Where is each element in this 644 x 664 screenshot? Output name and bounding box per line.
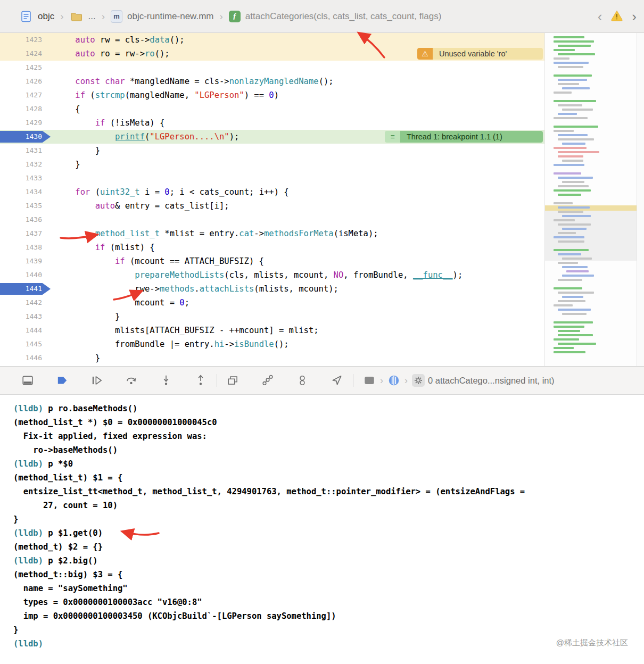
code-line[interactable]: 1439 if (mcount == ATTACH_BUFSIZ) { xyxy=(0,254,544,268)
mm-file-icon[interactable]: m xyxy=(111,10,122,23)
console-output[interactable]: (lldb) p ro.baseMethods()(method_list_t … xyxy=(13,402,644,651)
code-text[interactable]: rwe->methods.attachLists(mlists, mcount)… xyxy=(51,282,338,296)
code-text[interactable]: for (uint32_t i = 0; i < cats_count; i++… xyxy=(51,185,289,199)
line-number[interactable]: 1446 xyxy=(0,351,51,365)
forward-button[interactable]: › xyxy=(632,10,637,23)
code-text[interactable]: const char *mangledName = cls->nonlazyMa… xyxy=(51,74,334,88)
warning-triangle-icon[interactable] xyxy=(610,10,623,23)
code-line[interactable]: 1442 mcount = 0; xyxy=(0,296,544,310)
console-output-line[interactable]: } xyxy=(13,512,644,526)
stack-frame-label[interactable]: 0 attachCatego...nsigned int, int) xyxy=(428,376,555,386)
code-text[interactable]: } xyxy=(51,144,100,157)
code-line[interactable]: 1425 xyxy=(0,61,544,74)
breadcrumb-file[interactable]: objc-runtime-new.mm xyxy=(127,11,214,22)
line-number[interactable]: 1438 xyxy=(0,240,51,254)
code-text[interactable]: fromBundle |= entry.hi->isBundle(); xyxy=(51,337,289,351)
step-into-button[interactable] xyxy=(160,374,172,387)
console-output-line[interactable]: imp = 0x0000000100003450 (KCObjcBuild`-[… xyxy=(13,609,644,623)
code-line[interactable]: 1441 rwe->methods.attachLists(mlists, mc… xyxy=(0,282,544,296)
back-button[interactable]: ‹ xyxy=(598,10,602,23)
memory-graph-button[interactable] xyxy=(261,374,274,387)
code-text[interactable]: printf("LGPerson....\n"); xyxy=(51,130,239,144)
simulate-location-button[interactable] xyxy=(331,374,343,387)
environment-overrides-button[interactable] xyxy=(296,374,309,387)
breadcrumb-symbol[interactable]: attachCategories(cls, cats_list, cats_co… xyxy=(245,11,442,22)
code-text[interactable]: if (!isMeta) { xyxy=(51,116,164,130)
inline-warning[interactable]: ⚠Unused variable 'ro' xyxy=(417,48,543,60)
code-text[interactable]: } xyxy=(51,157,80,171)
code-line[interactable]: 1444 mlists[ATTACH_BUFSIZ - ++mcount] = … xyxy=(0,323,544,337)
line-number[interactable]: 1445 xyxy=(0,337,51,351)
code-text[interactable]: auto ro = rw->ro(); xyxy=(51,47,170,61)
thread-badge-icon[interactable] xyxy=(387,374,400,387)
process-badge-icon[interactable] xyxy=(363,374,376,387)
line-number[interactable]: 1426 xyxy=(0,74,51,88)
line-number[interactable]: 1444 xyxy=(0,323,51,337)
code-line[interactable]: 1437 method_list_t *mlist = entry.cat->m… xyxy=(0,227,544,240)
line-number[interactable]: 1425 xyxy=(0,61,51,74)
console-command-line[interactable]: (lldb) p $2.big() xyxy=(13,554,644,568)
line-number[interactable]: 1431 xyxy=(0,144,51,157)
code-text[interactable]: if (mlist) { xyxy=(51,240,155,254)
line-number[interactable]: 1442 xyxy=(0,296,51,310)
console-command-line[interactable]: (lldb) xyxy=(13,637,644,651)
console-output-line[interactable]: 27, count = 10) xyxy=(13,499,644,512)
line-number[interactable]: 1423 xyxy=(0,33,51,47)
code-text[interactable]: if (strcmp(mangledName, "LGPerson") == 0… xyxy=(51,88,279,102)
line-number[interactable]: 1435 xyxy=(0,199,51,213)
line-number[interactable]: 1427 xyxy=(0,88,51,102)
code-line[interactable]: 1436 xyxy=(0,213,544,227)
code-text[interactable]: } xyxy=(51,310,120,323)
breakpoints-toggle-button[interactable] xyxy=(56,374,69,387)
code-text[interactable] xyxy=(51,171,55,185)
code-text[interactable]: prepareMethodLists(cls, mlists, mcount, … xyxy=(51,268,463,282)
minimap[interactable] xyxy=(544,33,637,366)
breadcrumb-folder[interactable]: ... xyxy=(88,11,96,22)
hide-debug-area-button[interactable] xyxy=(21,374,34,387)
code-line[interactable]: 1429 if (!isMeta) { xyxy=(0,116,544,130)
code-text[interactable]: mcount = 0; xyxy=(51,296,189,310)
line-number[interactable]: 1436 xyxy=(0,213,51,227)
breakpoint-marker[interactable]: 1430 xyxy=(0,130,51,144)
console-command-line[interactable]: (lldb) p ro.baseMethods() xyxy=(13,402,644,416)
console-output-line[interactable]: (method_list_t *) $0 = 0x00000001000045c… xyxy=(13,416,644,429)
line-number[interactable]: 1428 xyxy=(0,102,51,116)
line-number[interactable]: 1440 xyxy=(0,268,51,282)
code-text[interactable] xyxy=(51,61,55,74)
code-line[interactable]: 1443 } xyxy=(0,310,544,323)
console-command-line[interactable]: (lldb) p *$0 xyxy=(13,457,644,471)
debug-view-hierarchy-button[interactable] xyxy=(227,374,240,387)
frame-gear-icon[interactable] xyxy=(412,374,425,387)
console-output-line[interactable]: name = "saySomething" xyxy=(13,582,644,595)
line-number[interactable]: 1439 xyxy=(0,254,51,268)
code-text[interactable] xyxy=(51,213,55,227)
console-output-line[interactable]: (method_t::big) $3 = { xyxy=(13,568,644,582)
console-output-line[interactable]: entsize_list_tt<method_t, method_list_t,… xyxy=(13,485,644,499)
code-line[interactable]: 1432 } xyxy=(0,157,544,171)
function-icon[interactable]: ƒ xyxy=(229,11,241,22)
code-pane[interactable]: 1423 auto rw = cls->data();1424 auto ro … xyxy=(0,33,544,366)
console-output-line[interactable]: (method_t) $2 = {} xyxy=(13,540,644,554)
breakpoint-annotation[interactable]: ≡Thread 1: breakpoint 1.1 (1) xyxy=(385,131,543,143)
console-command-line[interactable]: (lldb) p $1.get(0) xyxy=(13,526,644,540)
code-text[interactable]: auto rw = cls->data(); xyxy=(51,33,185,47)
vertical-scrollbar[interactable] xyxy=(637,33,644,366)
lldb-console[interactable]: (lldb) p ro.baseMethods()(method_list_t … xyxy=(0,395,644,663)
code-line[interactable]: 1435 auto& entry = cats_list[i]; xyxy=(0,199,544,213)
line-number[interactable]: 1433 xyxy=(0,171,51,185)
console-output-line[interactable]: Fix-it applied, fixed expression was: xyxy=(13,429,644,443)
code-text[interactable]: { xyxy=(51,102,80,116)
code-text[interactable]: auto& entry = cats_list[i]; xyxy=(51,199,229,213)
code-line[interactable]: 1427 if (strcmp(mangledName, "LGPerson")… xyxy=(0,88,544,102)
code-text[interactable]: if (mcount == ATTACH_BUFSIZ) { xyxy=(51,254,264,268)
code-line[interactable]: 1431 } xyxy=(0,144,544,157)
code-line[interactable]: 1445 fromBundle |= entry.hi->isBundle(); xyxy=(0,337,544,351)
line-number[interactable]: 1424 xyxy=(0,47,51,61)
code-line[interactable]: 1440 prepareMethodLists(cls, mlists, mco… xyxy=(0,268,544,282)
code-line[interactable]: 1428 { xyxy=(0,102,544,116)
code-line[interactable]: 1438 if (mlist) { xyxy=(0,240,544,254)
code-line[interactable]: 1423 auto rw = cls->data(); xyxy=(0,33,544,47)
code-text[interactable]: method_list_t *mlist = entry.cat->method… xyxy=(51,227,378,240)
code-line[interactable]: 1434 for (uint32_t i = 0; i < cats_count… xyxy=(0,185,544,199)
code-text[interactable]: mlists[ATTACH_BUFSIZ - ++mcount] = mlist… xyxy=(51,323,319,337)
